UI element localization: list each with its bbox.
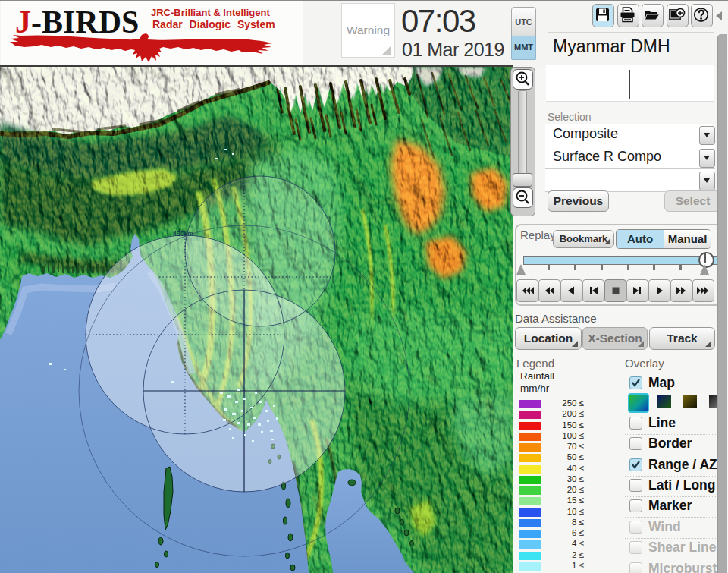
svg-text:450km: 450km: [173, 230, 193, 238]
